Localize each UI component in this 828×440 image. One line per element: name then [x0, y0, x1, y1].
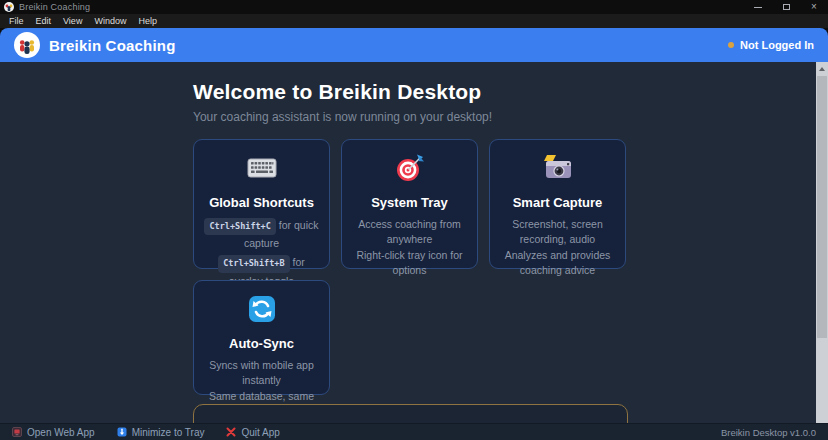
- maximize-window-icon[interactable]: [772, 0, 800, 14]
- minimize-tray-icon: [117, 427, 127, 437]
- menubar: File Edit View Window Help: [0, 14, 828, 28]
- open-web-app-button[interactable]: Open Web App: [12, 427, 95, 438]
- card-title: System Tray: [350, 195, 469, 210]
- menu-edit[interactable]: Edit: [30, 14, 58, 28]
- window-title: Breikin Coaching: [19, 2, 90, 12]
- card-smart-capture[interactable]: Smart Capture Screenshot, screen recordi…: [489, 139, 626, 269]
- login-status[interactable]: Not Logged In: [728, 39, 814, 51]
- card-global-shortcuts[interactable]: Global Shortcuts Ctrl+Shift+Cfor quick c…: [193, 139, 330, 269]
- card-title: Auto-Sync: [202, 336, 321, 351]
- card-line: Right-click tray icon for options: [350, 248, 469, 277]
- footer-bar: Open Web App Minimize to Tray Quit App B…: [0, 423, 828, 440]
- titlebar: Breikin Coaching ×: [0, 0, 828, 14]
- breikin-desktop-window: { "window": { "title": "Breikin Coaching…: [0, 0, 828, 440]
- app-logo-icon: [4, 2, 14, 12]
- card-title: Global Shortcuts: [202, 195, 321, 210]
- page-subtitle: Your coaching assistant is now running o…: [193, 110, 816, 124]
- card-title: Smart Capture: [498, 195, 617, 210]
- menu-help[interactable]: Help: [132, 14, 163, 28]
- card-line: Screenshot, screen recording, audio: [498, 217, 617, 246]
- close-window-icon[interactable]: ×: [800, 0, 828, 14]
- feature-cards: Global Shortcuts Ctrl+Shift+Cfor quick c…: [193, 139, 626, 395]
- menu-window[interactable]: Window: [88, 14, 132, 28]
- quit-app-button[interactable]: Quit App: [226, 427, 279, 438]
- minimize-to-tray-button[interactable]: Minimize to Tray: [117, 427, 205, 438]
- app-title: Breikin Coaching: [49, 37, 176, 54]
- window-controls: ×: [744, 0, 828, 14]
- kbd-shortcut: Ctrl+Shift+B: [218, 255, 289, 272]
- menu-view[interactable]: View: [57, 14, 88, 28]
- camera-icon: [498, 152, 617, 184]
- kbd-shortcut: Ctrl+Shift+C: [204, 218, 275, 235]
- quit-x-icon: [226, 427, 236, 437]
- shortcut-line: Ctrl+Shift+Cfor quick capture: [202, 217, 321, 251]
- avatar: [14, 32, 40, 58]
- main-content: Welcome to Breikin Desktop Your coaching…: [0, 62, 816, 423]
- scrollbar[interactable]: [816, 62, 828, 423]
- sync-icon: [202, 293, 321, 325]
- login-status-label: Not Logged In: [740, 39, 814, 51]
- scrollbar-thumb[interactable]: [817, 76, 827, 338]
- page-title: Welcome to Breikin Desktop: [193, 80, 816, 104]
- target-icon: [350, 152, 469, 184]
- welcome-section: Welcome to Breikin Desktop Your coaching…: [0, 62, 816, 124]
- keyboard-icon: [202, 152, 321, 184]
- card-auto-sync[interactable]: Auto-Sync Syncs with mobile app instantl…: [193, 280, 330, 395]
- menu-file[interactable]: File: [3, 14, 30, 28]
- app-version: Breikin Desktop v1.0.0: [721, 427, 816, 438]
- minimize-window-icon[interactable]: [744, 0, 772, 14]
- app-header: Breikin Coaching Not Logged In: [0, 28, 828, 62]
- card-line: Access coaching from anywhere: [350, 217, 469, 246]
- scrollbar-up-icon[interactable]: [816, 62, 828, 75]
- web-app-icon: [12, 427, 22, 437]
- notice-box-partial: [193, 404, 628, 423]
- card-line: Syncs with mobile app instantly: [202, 358, 321, 387]
- card-line: Analyzes and provides coaching advice: [498, 248, 617, 277]
- card-system-tray[interactable]: System Tray Access coaching from anywher…: [341, 139, 478, 269]
- status-dot-icon: [728, 42, 734, 48]
